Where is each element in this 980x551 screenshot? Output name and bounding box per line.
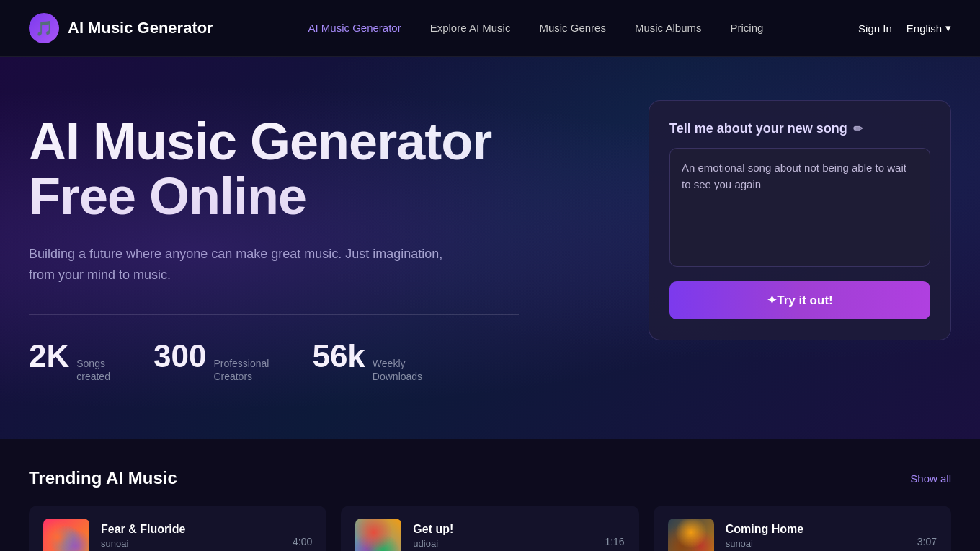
music-cards-grid: Fear & Fluoride sunoai dark pop 4:00 Get… [29, 506, 951, 551]
stat-downloads-number: 56k [312, 338, 365, 374]
track-duration-1: 4:00 [293, 536, 312, 547]
track-duration-2: 1:16 [605, 536, 624, 547]
stat-creators-label: Professional Creators [213, 357, 269, 383]
try-it-out-button[interactable]: ✦Try it out! [669, 281, 930, 319]
navbar: 🎵 AI Music Generator AI Music Generator … [0, 0, 980, 57]
hero-divider [29, 314, 519, 315]
nav-item-genres[interactable]: Music Genres [539, 22, 606, 35]
song-card: Tell me about your new song ✏ ✦Try it ou… [649, 100, 951, 340]
track-creator-1: sunoai [101, 538, 281, 549]
song-card-title-text: Tell me about your new song [669, 121, 847, 136]
album-art-1 [43, 519, 89, 551]
nav-item-pricing[interactable]: Pricing [730, 22, 763, 35]
nav-link-pricing[interactable]: Pricing [730, 22, 763, 34]
nav-link-explore[interactable]: Explore AI Music [430, 22, 511, 34]
hero-subtitle: Building a future where anyone can make … [29, 244, 447, 286]
nav-links: AI Music Generator Explore AI Music Musi… [308, 22, 763, 35]
logo-text: AI Music Generator [68, 19, 213, 38]
music-card-3[interactable]: Coming Home sunoai rhythmic pop 3:07 [654, 506, 951, 551]
hero-title-line2: Free Online [29, 167, 306, 225]
hero-title-line1: AI Music Generator [29, 113, 491, 170]
language-label: English [906, 22, 942, 35]
nav-item-explore[interactable]: Explore AI Music [430, 22, 511, 35]
pen-icon: ✏ [853, 122, 863, 136]
hero-left: AI Music Generator Free Online Building … [29, 100, 533, 383]
track-name-2: Get up! [413, 523, 593, 536]
track-name-1: Fear & Fluoride [101, 523, 281, 536]
logo-icon: 🎵 [29, 13, 59, 43]
music-info-2: Get up! udioai witch house, soviet post-… [413, 523, 593, 552]
album-art-2 [355, 519, 401, 551]
trending-section: Trending AI Music Show all Fear & Fluori… [0, 439, 980, 551]
stat-downloads-label: Weekly Downloads [373, 357, 422, 383]
trending-title: Trending AI Music [29, 468, 177, 488]
track-duration-3: 3:07 [917, 536, 937, 547]
music-card-2[interactable]: Get up! udioai witch house, soviet post-… [341, 506, 638, 551]
trending-header: Trending AI Music Show all [29, 468, 951, 488]
show-all-link[interactable]: Show all [910, 472, 951, 485]
music-card-1[interactable]: Fear & Fluoride sunoai dark pop 4:00 [29, 506, 326, 551]
stat-downloads: 56k Weekly Downloads [312, 338, 422, 383]
stat-songs-number: 2K [29, 338, 69, 374]
track-creator-2: udioai [413, 538, 593, 549]
nav-item-ai-music-generator[interactable]: AI Music Generator [308, 22, 401, 35]
track-creator-3: sunoai [726, 538, 906, 549]
song-description-textarea[interactable] [669, 148, 930, 267]
stat-creators: 300 Professional Creators [153, 338, 269, 383]
nav-link-genres[interactable]: Music Genres [539, 22, 606, 34]
logo-link[interactable]: 🎵 AI Music Generator [29, 13, 213, 43]
stat-songs-label: Songs created [76, 357, 110, 383]
nav-link-albums[interactable]: Music Albums [635, 22, 702, 34]
nav-item-albums[interactable]: Music Albums [635, 22, 702, 35]
nav-right: Sign In English ▾ [858, 22, 951, 35]
track-name-3: Coming Home [726, 523, 906, 536]
music-info-3: Coming Home sunoai rhythmic pop [726, 523, 906, 552]
song-card-title: Tell me about your new song ✏ [669, 121, 930, 136]
music-info-1: Fear & Fluoride sunoai dark pop [101, 523, 281, 552]
hero-title: AI Music Generator Free Online [29, 115, 533, 224]
stat-creators-number: 300 [153, 338, 206, 374]
hero-section: AI Music Generator Free Online Building … [0, 57, 980, 439]
hero-stats: 2K Songs created 300 Professional Creato… [29, 338, 533, 383]
nav-link-ai-music-generator[interactable]: AI Music Generator [308, 22, 401, 34]
language-selector[interactable]: English ▾ [906, 22, 951, 35]
album-art-3 [668, 519, 714, 551]
sign-in-button[interactable]: Sign In [858, 22, 892, 35]
chevron-down-icon: ▾ [945, 22, 951, 35]
stat-songs: 2K Songs created [29, 338, 110, 383]
